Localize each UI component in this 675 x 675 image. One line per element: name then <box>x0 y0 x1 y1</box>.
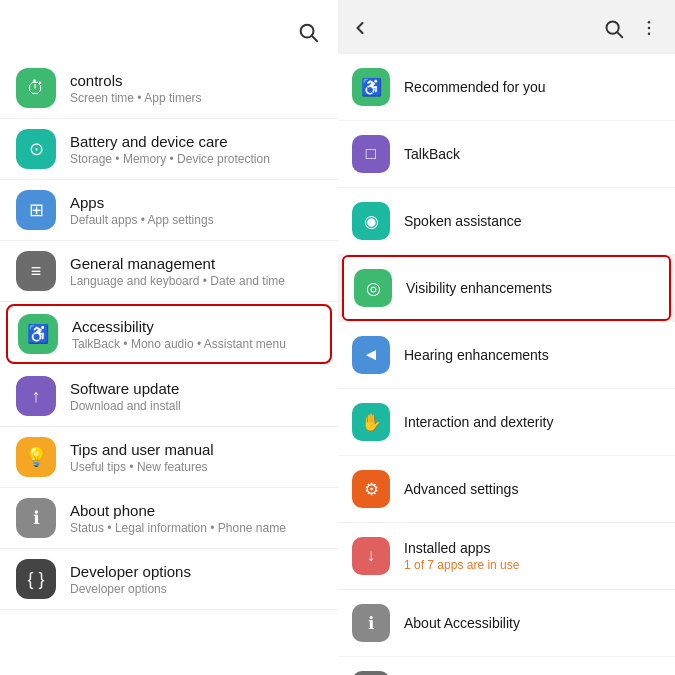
acc-title-talkback: TalkBack <box>404 146 460 162</box>
more-options-icon[interactable] <box>635 14 663 42</box>
settings-icon-battery: ⊙ <box>16 129 56 169</box>
acc-text-hearing: Hearing enhancements <box>404 347 549 363</box>
acc-item-advanced[interactable]: ⚙ Advanced settings <box>338 456 675 522</box>
acc-icon-recommended: ♿ <box>352 68 390 106</box>
settings-subtitle-battery: Storage • Memory • Device protection <box>70 152 270 166</box>
acc-title-recommended: Recommended for you <box>404 79 546 95</box>
settings-title-developer: Developer options <box>70 563 191 580</box>
settings-subtitle-apps: Default apps • App settings <box>70 213 214 227</box>
acc-text-recommended: Recommended for you <box>404 79 546 95</box>
settings-title-about: About phone <box>70 502 286 519</box>
settings-icon-general: ≡ <box>16 251 56 291</box>
settings-subtitle-software-update: Download and install <box>70 399 181 413</box>
acc-item-hearing[interactable]: ◄ Hearing enhancements <box>338 322 675 388</box>
search-icon-right[interactable] <box>599 14 627 42</box>
svg-line-1 <box>312 36 317 41</box>
acc-item-recommended[interactable]: ♿ Recommended for you <box>338 54 675 120</box>
acc-text-interaction: Interaction and dexterity <box>404 414 553 430</box>
acc-icon-advanced: ⚙ <box>352 470 390 508</box>
settings-title-apps: Apps <box>70 194 214 211</box>
settings-text-general: General management Language and keyboard… <box>70 255 285 288</box>
acc-text-talkback: TalkBack <box>404 146 460 162</box>
svg-point-5 <box>648 27 651 30</box>
svg-line-3 <box>617 32 622 37</box>
acc-text-advanced: Advanced settings <box>404 481 518 497</box>
settings-icon-accessibility: ♿ <box>18 314 58 354</box>
settings-icon-tips: 💡 <box>16 437 56 477</box>
settings-subtitle-controls: Screen time • App timers <box>70 91 202 105</box>
settings-title-accessibility: Accessibility <box>72 318 286 335</box>
acc-title-interaction: Interaction and dexterity <box>404 414 553 430</box>
svg-point-6 <box>648 33 651 36</box>
settings-subtitle-developer: Developer options <box>70 582 191 596</box>
settings-text-controls: controls Screen time • App timers <box>70 72 202 105</box>
settings-subtitle-accessibility: TalkBack • Mono audio • Assistant menu <box>72 337 286 351</box>
settings-text-battery: Battery and device care Storage • Memory… <box>70 133 270 166</box>
acc-subtitle-installed-apps: 1 of 7 apps are in use <box>404 558 519 572</box>
acc-icon-interaction: ✋ <box>352 403 390 441</box>
settings-text-about: About phone Status • Legal information •… <box>70 502 286 535</box>
settings-icon-controls: ⏱ <box>16 68 56 108</box>
settings-item-developer[interactable]: { } Developer options Developer options <box>0 549 338 610</box>
acc-title-visibility: Visibility enhancements <box>406 280 552 296</box>
acc-item-visibility[interactable]: ◎ Visibility enhancements <box>342 255 671 321</box>
settings-title-general: General management <box>70 255 285 272</box>
settings-text-tips: Tips and user manual Useful tips • New f… <box>70 441 214 474</box>
acc-title-about-acc: About Accessibility <box>404 615 520 631</box>
left-panel: ⏱ controls Screen time • App timers ⊙ Ba… <box>0 0 338 675</box>
acc-title-hearing: Hearing enhancements <box>404 347 549 363</box>
settings-icon-software-update: ↑ <box>16 376 56 416</box>
settings-list: ⏱ controls Screen time • App timers ⊙ Ba… <box>0 58 338 675</box>
acc-item-about-acc[interactable]: ℹ About Accessibility <box>338 590 675 656</box>
settings-item-general[interactable]: ≡ General management Language and keyboa… <box>0 241 338 302</box>
back-button[interactable] <box>346 14 374 42</box>
acc-title-advanced: Advanced settings <box>404 481 518 497</box>
settings-icon-apps: ⊞ <box>16 190 56 230</box>
acc-icon-talkback: □ <box>352 135 390 173</box>
right-header <box>338 0 675 54</box>
settings-title-battery: Battery and device care <box>70 133 270 150</box>
acc-item-talkback[interactable]: □ TalkBack <box>338 121 675 187</box>
acc-text-installed-apps: Installed apps 1 of 7 apps are in use <box>404 540 519 572</box>
right-panel: ♿ Recommended for you □ TalkBack ◉ Spoke… <box>338 0 675 675</box>
settings-title-tips: Tips and user manual <box>70 441 214 458</box>
acc-item-spoken[interactable]: ◉ Spoken assistance <box>338 188 675 254</box>
settings-subtitle-tips: Useful tips • New features <box>70 460 214 474</box>
settings-text-software-update: Software update Download and install <box>70 380 181 413</box>
acc-text-about-acc: About Accessibility <box>404 615 520 631</box>
settings-title-software-update: Software update <box>70 380 181 397</box>
settings-item-about[interactable]: ℹ About phone Status • Legal information… <box>0 488 338 549</box>
acc-item-interaction[interactable]: ✋ Interaction and dexterity <box>338 389 675 455</box>
settings-item-tips[interactable]: 💡 Tips and user manual Useful tips • New… <box>0 427 338 488</box>
settings-subtitle-general: Language and keyboard • Date and time <box>70 274 285 288</box>
settings-item-software-update[interactable]: ↑ Software update Download and install <box>0 366 338 427</box>
acc-title-installed-apps: Installed apps <box>404 540 519 556</box>
settings-item-controls[interactable]: ⏱ controls Screen time • App timers <box>0 58 338 119</box>
settings-subtitle-about: Status • Legal information • Phone name <box>70 521 286 535</box>
settings-item-accessibility[interactable]: ♿ Accessibility TalkBack • Mono audio • … <box>6 304 332 364</box>
settings-item-apps[interactable]: ⊞ Apps Default apps • App settings <box>0 180 338 241</box>
acc-icon-about-acc: ℹ <box>352 604 390 642</box>
settings-item-battery[interactable]: ⊙ Battery and device care Storage • Memo… <box>0 119 338 180</box>
settings-text-apps: Apps Default apps • App settings <box>70 194 214 227</box>
settings-text-accessibility: Accessibility TalkBack • Mono audio • As… <box>72 318 286 351</box>
settings-icon-developer: { } <box>16 559 56 599</box>
accessibility-list: ♿ Recommended for you □ TalkBack ◉ Spoke… <box>338 54 675 675</box>
acc-icon-hearing: ◄ <box>352 336 390 374</box>
acc-icon-installed-apps: ↓ <box>352 537 390 575</box>
acc-icon-contact: ? <box>352 671 390 675</box>
left-header <box>0 0 338 58</box>
acc-text-visibility: Visibility enhancements <box>406 280 552 296</box>
acc-item-installed-apps[interactable]: ↓ Installed apps 1 of 7 apps are in use <box>338 523 675 589</box>
acc-title-spoken: Spoken assistance <box>404 213 522 229</box>
acc-item-contact[interactable]: ? Contact us <box>338 657 675 675</box>
acc-text-spoken: Spoken assistance <box>404 213 522 229</box>
settings-icon-about: ℹ <box>16 498 56 538</box>
svg-point-4 <box>648 21 651 24</box>
acc-icon-visibility: ◎ <box>354 269 392 307</box>
acc-icon-spoken: ◉ <box>352 202 390 240</box>
search-icon[interactable] <box>294 18 322 46</box>
right-header-icons <box>599 14 663 42</box>
settings-title-controls: controls <box>70 72 202 89</box>
settings-text-developer: Developer options Developer options <box>70 563 191 596</box>
